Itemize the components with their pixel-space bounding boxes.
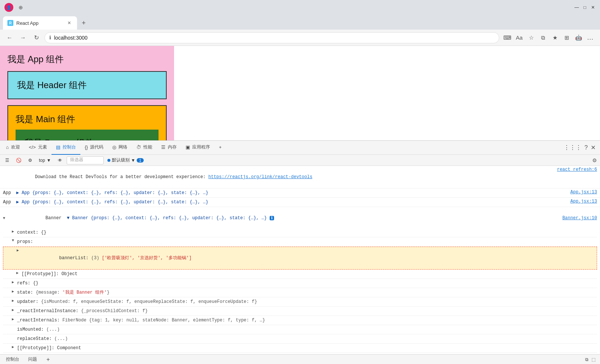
banner-list-prop: bannerList: (3) ['欧普吸顶灯', '京选好货', '多功能锅'… (3, 247, 597, 270)
copilot-btn[interactable]: 🤖 (573, 33, 584, 43)
tab-bar: R React App ✕ + (0, 15, 600, 30)
main-title: 我是 Main 组件 (16, 113, 159, 125)
level-label: 默认级别 (112, 157, 130, 163)
performance-icon: ⏱ (136, 144, 141, 150)
banner-internal-instance: _reactInternalInstance: {_processChildCo… (3, 307, 597, 316)
banner-group-text: Banner ▼ Banner {props: {…}, context: {…… (8, 208, 559, 228)
elements-icon: </> (29, 144, 36, 150)
tab-title: React App (16, 20, 63, 26)
tab-close-btn[interactable]: ✕ (66, 20, 73, 26)
devtools-close-icon[interactable]: ✕ (591, 144, 596, 151)
add-panel-btn[interactable]: + (44, 356, 52, 363)
devtools-tab-console[interactable]: ▤ 控制台 (51, 141, 80, 155)
banner-ismounted: isMounted: (...) (3, 325, 597, 334)
expand-triangle[interactable] (3, 216, 8, 220)
devtools-tab-application[interactable]: ▣ 应用程序 (181, 141, 214, 155)
source-ref-app2[interactable]: App.jsx:13 (570, 199, 597, 204)
profile-icon[interactable]: 👤 (4, 3, 13, 12)
props-text: props: (17, 238, 594, 245)
console-line-app1: App ▶ App {props: {…}, context: {…}, ref… (0, 188, 600, 198)
updater-text: updater: {isMounted: f, enqueueSetState:… (17, 298, 594, 305)
props-triangle[interactable] (12, 238, 17, 243)
sources-icon: {} (85, 144, 88, 150)
source-ref-app1[interactable]: App.jsx:13 (570, 190, 597, 195)
devtools-tab-more[interactable]: ⋮⋮⋮ ? ✕ (561, 144, 599, 151)
dock-btn[interactable]: ⬚ (591, 357, 596, 362)
collection-btn[interactable]: ⊞ (561, 33, 572, 43)
devtools-tab-add[interactable]: + (214, 141, 226, 155)
address-bar[interactable]: ℹ localhost:3000 (44, 32, 499, 43)
devtools-console-content: Download the React DevTools for a better… (0, 166, 600, 354)
banner-title: 我是 Banner 组件 (24, 137, 150, 140)
status-console-tab[interactable]: 控制台 (4, 355, 21, 363)
devtools-status-bar: 控制台 问题 + ⧉ ⬚ (0, 354, 600, 364)
forward-btn[interactable]: → (18, 33, 28, 43)
split-view-btn[interactable]: ⧉ (538, 33, 548, 43)
state-triangle[interactable] (12, 289, 17, 294)
filter-placeholder: 筛选器 (70, 157, 83, 162)
devtools-settings-gear[interactable]: ⚙ (592, 157, 597, 163)
maximize-btn[interactable]: □ (582, 5, 587, 10)
internals-triangle[interactable] (12, 317, 17, 321)
bookmark-btn[interactable]: ☆ (526, 33, 536, 43)
top-context-label: top (39, 158, 45, 163)
ismounted-text: isMounted: (...) (17, 326, 594, 333)
tab-elements-label: 元素 (38, 144, 47, 150)
translate-btn[interactable]: ⌨ (502, 33, 513, 43)
console-icon: ▤ (56, 144, 60, 150)
tab-network-label: 网络 (119, 144, 127, 150)
memory-icon: ☰ (161, 144, 166, 150)
devtools-tab-welcome[interactable]: ⌂ 欢迎 (1, 141, 24, 155)
new-tab-btn[interactable]: + (79, 18, 89, 28)
prototype-triangle[interactable] (16, 271, 21, 275)
eye-btn[interactable]: 👁 (56, 157, 64, 164)
reader-mode-btn[interactable]: Aa (514, 33, 524, 43)
context-triangle[interactable] (12, 229, 17, 234)
console-text-app1: App ▶ App {props: {…}, context: {…}, ref… (3, 190, 567, 196)
header-component: 我是 Header 组件 (7, 71, 167, 99)
react-devtools-link[interactable]: https://reactjs.org/link/react-devtools (209, 174, 313, 180)
browser-tab[interactable]: R React App ✕ (3, 16, 77, 30)
app-title: 我是 App 组件 (7, 53, 167, 65)
bannerlist-text: bannerList: (3) ['欧普吸顶灯', '京选好货', '多功能锅'… (22, 248, 594, 268)
log-level-select[interactable]: 默认级别 ▼ 1 (106, 156, 145, 164)
devtools-tab-elements[interactable]: </> 元素 (24, 141, 51, 155)
favorites-btn[interactable]: ★ (550, 33, 560, 43)
banner-context: context: {} (3, 228, 597, 237)
minimize-btn[interactable]: — (574, 5, 579, 10)
devtools-tab-network[interactable]: ◎ 网络 (108, 141, 132, 155)
status-issues-tab[interactable]: 问题 (27, 355, 39, 363)
console-group-banner: Banner ▼ Banner {props: {…}, context: {…… (0, 207, 600, 354)
undock-btn[interactable]: ⧉ (585, 357, 589, 362)
extension-icon[interactable]: ⊕ (16, 3, 25, 12)
devtools-question-icon: ? (584, 144, 588, 151)
source-ref-refresh[interactable]: react_refresh:6 (557, 167, 597, 172)
prototype2-triangle[interactable] (12, 345, 17, 349)
browser-content: 我是 App 组件 我是 Header 组件 我是 Main 组件 我是 Ban… (0, 46, 600, 364)
devtools-tab-performance[interactable]: ⏱ 性能 (132, 141, 157, 155)
reload-btn[interactable]: ↻ (31, 33, 41, 43)
close-btn[interactable]: ✕ (590, 5, 596, 10)
app-component: 我是 App 组件 我是 Header 组件 我是 Main 组件 我是 Ban… (0, 46, 174, 140)
back-btn[interactable]: ← (4, 33, 15, 43)
console-settings-btn[interactable]: ⚙ (26, 157, 34, 164)
level-dropdown-icon: ▼ (131, 158, 136, 163)
console-line-devtools: Download the React DevTools for a better… (0, 166, 600, 188)
bannerlist-triangle[interactable] (17, 248, 22, 253)
updater-triangle[interactable] (12, 298, 17, 303)
source-ref-banner[interactable]: Banner.jsx:10 (562, 216, 597, 221)
refs-triangle[interactable] (12, 280, 17, 284)
devtools-tab-memory[interactable]: ☰ 内存 (157, 141, 181, 155)
devtools-tab-sources[interactable]: {} 源代码 (80, 141, 108, 155)
more-options-btn[interactable]: … (585, 33, 596, 43)
top-context-select[interactable]: top ▼ (37, 157, 53, 164)
internal-instance-triangle[interactable] (12, 308, 17, 312)
console-text-app2: App ▶ App {props: {…}, context: {…}, ref… (3, 199, 567, 206)
add-tab-icon: + (219, 145, 221, 150)
devtools-panel-toggle[interactable]: ☰ (3, 157, 11, 164)
title-bar: 👤 ⊕ — □ ✕ (0, 0, 600, 15)
filter-input[interactable]: 筛选器 (67, 156, 104, 164)
banner-component: 我是 Banner 组件 欧普吸顶灯 京选好货 多功能锅 (16, 130, 159, 140)
main-component: 我是 Main 组件 我是 Banner 组件 欧普吸顶灯 京选好货 多功能锅 (7, 105, 167, 140)
clear-console-btn[interactable]: 🚫 (14, 157, 24, 164)
